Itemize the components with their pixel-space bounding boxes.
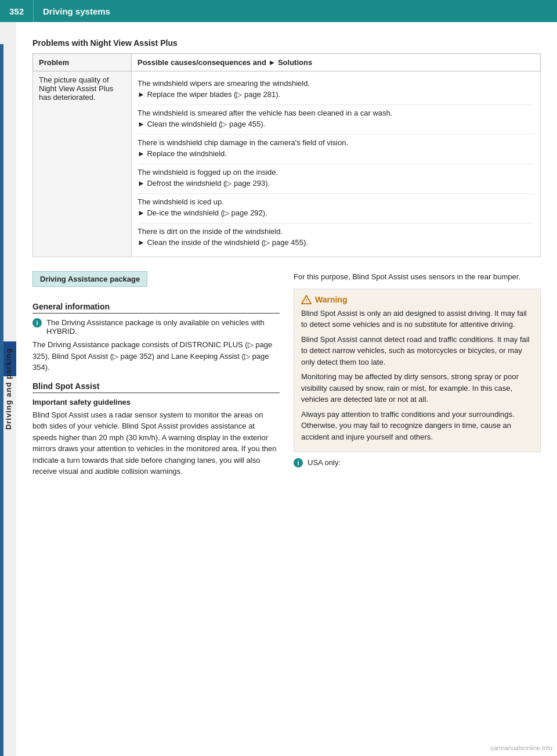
package-box: Driving Assistance package [32, 271, 147, 287]
usa-note-text: USA only: [308, 458, 341, 467]
warning-para-2: Blind Spot Assist cannot detect road and… [301, 334, 533, 368]
solution-block-3: There is windshield chip damage in the c… [138, 135, 534, 164]
cause-3: There is windshield chip damage in the c… [138, 138, 534, 147]
action-2: ► Clean the windshield (▷ page 455). [138, 120, 534, 128]
problems-table: Problem Possible causes/consequences and… [32, 53, 541, 257]
main-content: Problems with Night View Assist Plus Pro… [16, 22, 557, 491]
svg-text:!: ! [306, 298, 308, 303]
blind-spot-heading: Blind Spot Assist [32, 381, 280, 393]
action-4: ► Defrost the windshield (▷ page 293). [138, 179, 534, 188]
sidebar-label: Driving and parking [4, 348, 13, 430]
table-header-solutions: Possible causes/consequences and ► Solut… [132, 54, 541, 71]
page-number: 352 [0, 0, 34, 22]
table-header-problem: Problem [33, 54, 132, 71]
sidebar-accent [0, 44, 3, 756]
right-column: For this purpose, Blind Spot Assist uses… [294, 271, 541, 481]
usa-note-row: i USA only: [294, 458, 541, 467]
left-column: Driving Assistance package General infor… [32, 271, 280, 481]
table-row: The picture quality of Night View Assist… [33, 71, 541, 257]
warning-title: ! Warning [301, 295, 533, 304]
cause-6: There is dirt on the inside of the winds… [138, 227, 534, 236]
info-note-row: i The Driving Assistance package is only… [32, 318, 280, 336]
cause-5: The windshield is iced up. [138, 197, 534, 206]
body-text: Blind Spot Assist uses a radar sensor sy… [32, 409, 280, 477]
cause-2: The windshield is smeared after the vehi… [138, 109, 534, 117]
solution-block-2: The windshield is smeared after the vehi… [138, 105, 534, 135]
cause-1: The windshield wipers are smearing the w… [138, 79, 534, 88]
solution-block-6: There is dirt on the inside of the winds… [138, 224, 534, 253]
info-note-text: The Driving Assistance package is only a… [46, 318, 280, 336]
action-6: ► Clean the inside of the windshield (▷ … [138, 238, 534, 247]
warning-box: ! Warning Blind Spot Assist is only an a… [294, 289, 541, 453]
problem-cell: The picture quality of Night View Assist… [33, 71, 132, 257]
right-intro-text: For this purpose, Blind Spot Assist uses… [294, 271, 541, 283]
two-col-section: Driving Assistance package General infor… [32, 271, 541, 481]
intro-text: The Driving Assistance package consists … [32, 339, 280, 373]
sidebar: Driving and parking [0, 22, 16, 756]
solution-cell: The windshield wipers are smearing the w… [132, 71, 541, 257]
action-5: ► De-ice the windshield (▷ page 292). [138, 208, 534, 217]
warning-para-3: Monitoring may be affected by dirty sens… [301, 371, 533, 405]
info-icon-2: i [294, 458, 303, 467]
solution-block-4: The windshield is fogged up on the insid… [138, 164, 534, 194]
solution-block-5: The windshield is iced up. ► De-ice the … [138, 194, 534, 224]
warning-triangle-icon: ! [301, 295, 312, 304]
action-1: ► Replace the wiper blades (▷ page 281). [138, 90, 534, 99]
header-title: Driving systems [34, 6, 110, 16]
watermark: carmanualsonline.info [490, 744, 552, 751]
cause-4: The windshield is fogged up on the insid… [138, 168, 534, 177]
general-info-heading: General information [32, 302, 280, 314]
warning-label: Warning [315, 295, 347, 304]
important-safety-heading: Important safety guidelines [32, 398, 280, 406]
solution-block-1: The windshield wipers are smearing the w… [138, 75, 534, 105]
action-3: ► Replace the windshield. [138, 149, 534, 158]
problems-heading: Problems with Night View Assist Plus [32, 38, 541, 48]
info-icon-1: i [32, 318, 42, 327]
warning-para-1: Blind Spot Assist is only an aid designe… [301, 308, 533, 330]
header-bar: 352 Driving systems [0, 0, 557, 22]
warning-para-4: Always pay attention to traffic conditio… [301, 409, 533, 443]
